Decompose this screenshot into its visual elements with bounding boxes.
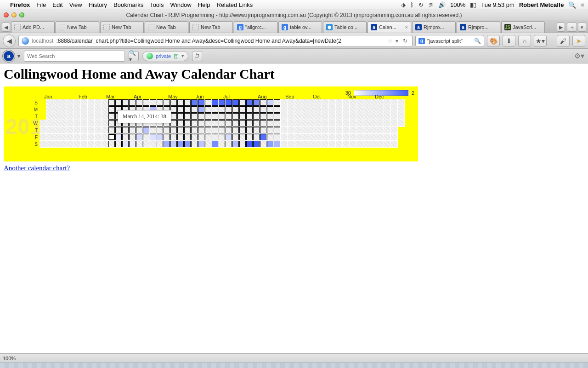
private-toggle[interactable]: private ⚿ ▾ (142, 51, 188, 61)
calendar-cell[interactable] (60, 134, 67, 141)
calendar-cell[interactable] (198, 134, 205, 141)
calendar-cell[interactable] (377, 141, 384, 148)
user-name[interactable]: Robert Metcalfe (519, 1, 564, 8)
calendar-cell[interactable] (74, 113, 81, 120)
calendar-cell[interactable] (198, 99, 205, 106)
calendar-cell[interactable] (88, 127, 95, 134)
back-button[interactable]: ◀ (3, 34, 16, 47)
calendar-cell[interactable] (253, 127, 260, 134)
calendar-cell[interactable] (40, 120, 46, 127)
dropbox-icon[interactable]: ⬗ (401, 1, 406, 8)
calendar-cell[interactable] (129, 141, 136, 148)
search-box[interactable]: g "javascript split" 🔍 (415, 35, 484, 47)
calendar-cell[interactable] (239, 106, 246, 113)
calendar-cell[interactable] (370, 99, 377, 106)
calendar-cell[interactable] (115, 141, 122, 148)
calendar-cell[interactable] (219, 99, 226, 106)
calendar-cell[interactable] (212, 113, 219, 120)
another-chart-link[interactable]: Another calendar chart? (4, 164, 70, 172)
calendar-cell[interactable] (205, 127, 212, 134)
calendar-cell[interactable] (226, 106, 232, 113)
calendar-cell[interactable] (102, 141, 108, 148)
calendar-cell[interactable] (398, 120, 405, 127)
calendar-cell[interactable] (329, 134, 336, 141)
calendar-cell[interactable] (384, 127, 391, 134)
calendar-cell[interactable] (170, 141, 177, 148)
private-dropdown-icon[interactable]: ▾ (181, 53, 184, 59)
calendar-cell[interactable] (363, 113, 370, 120)
tab-11[interactable]: JSJavaScri... (501, 21, 545, 33)
app-name[interactable]: Firefox (10, 1, 30, 8)
calendar-cell[interactable] (129, 134, 136, 141)
calendar-cell[interactable] (81, 127, 88, 134)
calendar-cell[interactable] (170, 113, 177, 120)
menu-bookmarks[interactable]: Bookmarks (113, 1, 143, 8)
calendar-cell[interactable] (350, 134, 356, 141)
calendar-cell[interactable] (81, 99, 88, 106)
calendar-cell[interactable] (363, 127, 370, 134)
menu-history[interactable]: History (89, 1, 107, 8)
calendar-cell[interactable] (60, 127, 67, 134)
calendar-cell[interactable] (177, 134, 184, 141)
calendar-cell[interactable] (239, 141, 246, 148)
calendar-cell[interactable] (205, 99, 212, 106)
calendar-cell[interactable] (260, 134, 267, 141)
calendar-cell[interactable] (322, 106, 329, 113)
calendar-cell[interactable] (108, 141, 115, 148)
calendar-cell[interactable] (184, 134, 191, 141)
calendar-cell[interactable] (81, 113, 88, 120)
calendar-cell[interactable] (164, 99, 170, 106)
calendar-cell[interactable] (184, 127, 191, 134)
calendar-cell[interactable] (102, 127, 108, 134)
calendar-cell[interactable] (322, 113, 329, 120)
calendar-cell[interactable] (219, 127, 226, 134)
calendar-cell[interactable] (343, 134, 350, 141)
calendar-cell[interactable] (115, 134, 122, 141)
calendar-cell[interactable] (177, 127, 184, 134)
calendar-cell[interactable] (343, 106, 350, 113)
home-button[interactable]: ⌂ (518, 35, 531, 47)
calendar-cell[interactable] (274, 99, 281, 106)
calendar-cell[interactable] (46, 127, 53, 134)
calendar-cell[interactable] (315, 141, 322, 148)
calendar-cell[interactable] (60, 141, 67, 148)
calendar-cell[interactable] (336, 141, 343, 148)
sync-icon[interactable]: ↻ (418, 1, 424, 8)
menu-help[interactable]: Help (198, 1, 210, 8)
url-dropdown-icon[interactable]: ▾ (396, 38, 398, 44)
calendar-cell[interactable] (95, 120, 102, 127)
calendar-cell[interactable] (198, 141, 205, 148)
calendar-cell[interactable] (301, 134, 308, 141)
calendar-cell[interactable] (288, 106, 294, 113)
tab-4[interactable]: New Tab (189, 21, 233, 33)
calendar-cell[interactable] (239, 99, 246, 106)
reload-button[interactable]: ↻ (401, 38, 409, 44)
calendar-cell[interactable] (370, 134, 377, 141)
calendar-cell[interactable] (239, 113, 246, 120)
calendar-cell[interactable] (336, 99, 343, 106)
calendar-cell[interactable] (88, 134, 95, 141)
calendar-cell[interactable] (343, 120, 350, 127)
calendar-cell[interactable] (336, 127, 343, 134)
calendar-cell[interactable] (232, 106, 239, 113)
calendar-cell[interactable] (294, 106, 301, 113)
calendar-cell[interactable] (115, 99, 122, 106)
tab-2[interactable]: New Tab (100, 21, 144, 33)
calendar-cell[interactable] (164, 127, 170, 134)
calendar-cell[interactable] (191, 99, 198, 106)
calendar-cell[interactable] (129, 99, 136, 106)
calendar-cell[interactable] (267, 127, 274, 134)
calendar-cell[interactable] (288, 99, 294, 106)
calendar-cell[interactable] (281, 106, 288, 113)
tab-6[interactable]: gtable ov... (278, 21, 322, 33)
calendar-cell[interactable] (350, 99, 356, 106)
calendar-cell[interactable] (67, 113, 74, 120)
calendar-cell[interactable] (267, 134, 274, 141)
calendar-cell[interactable] (315, 134, 322, 141)
calendar-cell[interactable] (232, 99, 239, 106)
calendar-cell[interactable] (184, 106, 191, 113)
calendar-cell[interactable] (198, 106, 205, 113)
calendar-cell[interactable] (88, 141, 95, 148)
calendar-cell[interactable] (301, 127, 308, 134)
calendar-cell[interactable] (288, 127, 294, 134)
